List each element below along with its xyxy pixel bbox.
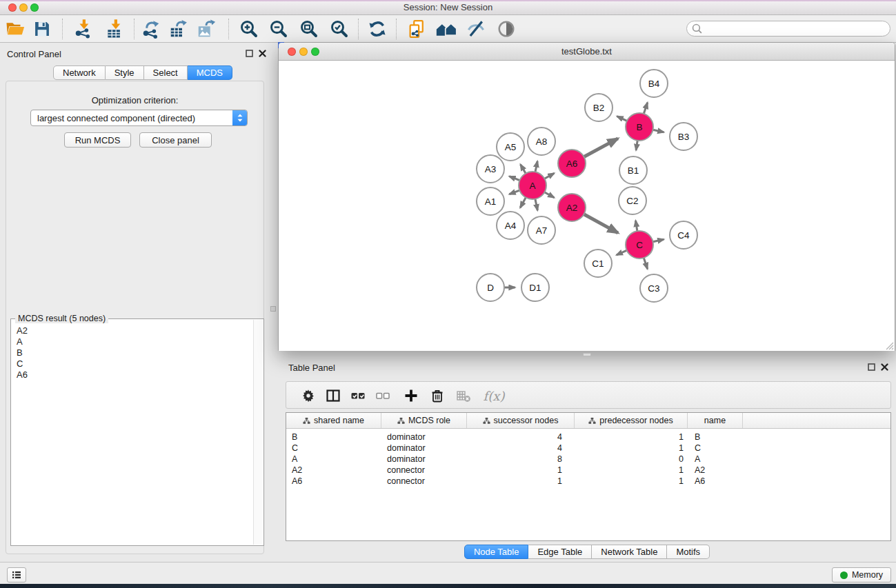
toggle-panel-columns-button[interactable] [322,385,344,407]
search-field[interactable] [686,21,890,37]
import-table-button[interactable] [103,17,127,41]
edge-A6-B[interactable] [584,139,618,157]
function-builder-button[interactable]: f(x) [479,385,508,407]
cell-predecessor-nodes[interactable]: 1 [575,465,684,476]
tab-network[interactable]: Network [53,65,106,80]
close-panel-icon[interactable] [881,363,888,371]
refresh-button[interactable] [366,17,389,41]
node-A[interactable]: A [519,172,546,199]
memory-button[interactable]: Memory [832,567,891,582]
edge-B-B2[interactable] [617,116,627,121]
node-A7[interactable]: A7 [528,216,555,244]
optimization-criterion-select[interactable]: largest connected component (directed) [30,110,248,126]
cell-shared-name[interactable]: C [292,443,376,454]
search-input[interactable] [703,23,890,35]
zoom-out-button[interactable] [267,17,290,41]
run-mcds-button[interactable]: Run MCDS [64,132,131,148]
tab-edge-table[interactable]: Edge Table [528,545,592,559]
edge-A-A7[interactable] [535,199,537,211]
cell-name[interactable]: A2 [695,465,743,476]
close-panel-button[interactable]: Close panel [139,132,212,148]
close-panel-icon[interactable] [259,50,266,57]
edge-C-C3[interactable] [644,258,647,269]
node-B1[interactable]: B1 [619,156,647,184]
column-header-shared-name[interactable]: shared name [286,413,381,428]
column-header-predecessor-nodes[interactable]: predecessor nodes [575,413,688,428]
cell-predecessor-nodes[interactable]: 1 [575,432,684,443]
tab-motifs[interactable]: Motifs [667,545,710,559]
cell-successor-nodes[interactable]: 1 [467,465,562,476]
export-image-button[interactable] [195,17,218,41]
zoom-selected-button[interactable] [328,17,351,41]
edge-A-A1[interactable] [509,190,519,194]
cell-mcds-role[interactable]: dominator [387,443,461,454]
tab-network-table[interactable]: Network Table [592,545,667,559]
cell-shared-name[interactable]: A6 [292,476,376,487]
edge-C-C1[interactable] [617,250,627,255]
import-network-button[interactable] [72,17,95,41]
export-table-button[interactable] [167,17,190,41]
float-panel-icon[interactable] [246,50,253,57]
node-C[interactable]: C [626,231,653,258]
create-new-column-button[interactable] [400,385,422,407]
cell-name[interactable]: C [695,443,743,454]
cell-successor-nodes[interactable]: 4 [467,432,562,443]
vertical-splitter[interactable] [269,43,278,560]
column-header-mcds-role[interactable]: MCDS role [381,413,467,428]
save-session-button[interactable] [30,17,54,41]
cell-successor-nodes[interactable]: 1 [467,476,562,487]
edge-A-A8[interactable] [535,161,537,172]
node-A3[interactable]: A3 [477,155,504,183]
cell-mcds-role[interactable]: connector [387,476,461,487]
tab-style[interactable]: Style [106,65,144,80]
node-A4[interactable]: A4 [497,212,524,239]
edge-C-C4[interactable] [653,239,664,241]
edge-B-B4[interactable] [644,103,647,114]
cell-successor-nodes[interactable]: 4 [467,443,562,454]
birds-eye-view-button[interactable] [495,17,518,41]
float-panel-icon[interactable] [868,363,875,371]
export-network-button[interactable] [139,17,163,41]
splitter-grip[interactable] [270,306,276,312]
cell-successor-nodes[interactable]: 8 [467,454,562,465]
first-neighbors-button[interactable] [435,17,458,41]
select-all-button[interactable] [347,385,369,407]
result-list-scrollbar[interactable] [253,320,263,545]
edge-A-A3[interactable] [509,176,519,181]
horizontal-splitter-grip[interactable] [583,353,591,356]
edge-C-C2[interactable] [636,221,637,231]
window-resize-grip[interactable] [884,340,894,350]
node-B[interactable]: B [626,113,653,141]
edge-A-A2[interactable] [544,192,554,198]
cell-shared-name[interactable]: A [292,454,376,465]
node-A1[interactable]: A1 [477,187,504,215]
node-A2[interactable]: A2 [558,194,586,221]
edge-A-A5[interactable] [521,164,526,173]
node-C4[interactable]: C4 [670,221,697,249]
column-header-successor-nodes[interactable]: successor nodes [467,413,575,428]
node-B2[interactable]: B2 [585,94,613,121]
result-item[interactable]: A6 [17,369,28,381]
delete-columns-button[interactable] [426,385,448,407]
tab-mcds[interactable]: MCDS [188,65,232,80]
deselect-all-button[interactable] [372,385,394,407]
result-item[interactable]: A2 [17,325,28,336]
table-settings-button[interactable] [297,385,319,407]
node-D1[interactable]: D1 [521,274,549,301]
tab-node-table[interactable]: Node Table [464,545,529,559]
node-C1[interactable]: C1 [584,250,612,277]
edge-A-A4[interactable] [520,198,526,208]
edge-A2-C[interactable] [584,214,618,233]
zoom-in-button[interactable] [237,17,261,41]
node-A8[interactable]: A8 [528,128,555,155]
show-task-history-button[interactable] [7,567,26,582]
network-from-selection-button[interactable] [405,17,428,41]
node-B4[interactable]: B4 [640,70,668,97]
edge-B-B3[interactable] [653,130,664,132]
cell-predecessor-nodes[interactable]: 0 [575,454,684,465]
cell-name[interactable]: A [695,454,743,465]
clear-table-button[interactable] [452,385,475,407]
cell-mcds-role[interactable]: dominator [387,454,461,465]
open-session-button[interactable] [3,17,27,41]
zoom-fit-button[interactable] [297,17,321,41]
